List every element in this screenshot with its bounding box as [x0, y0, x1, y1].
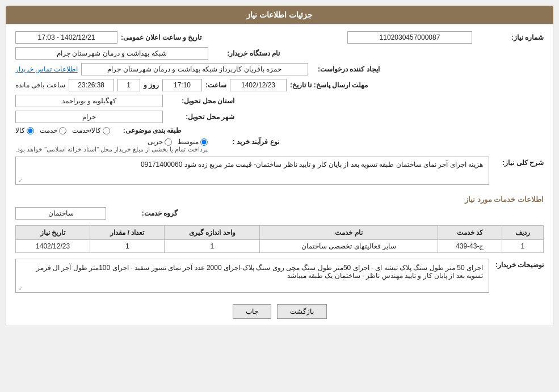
- province-value: کهگیلویه و بویراحمد: [15, 95, 163, 107]
- process-label-motavasset: متوسط: [178, 138, 199, 146]
- announce-date-value: 1402/12/21 - 17:03: [15, 31, 117, 44]
- buyer-name-row: نام دستگاه خریدار: شبکه بهداشت و درمان ش…: [15, 47, 544, 60]
- deadline-label: مهلت ارسال پاسخ: تا تاریخ:: [290, 81, 368, 89]
- cell-date: 1402/12/23: [16, 240, 90, 253]
- col-header-unit: واحد اندازه گیری: [165, 226, 260, 240]
- cell-name: سایر فعالیتهای تخصصی ساختمان: [260, 240, 438, 253]
- description-value: هزینه اجرای آجر نمای ساختمان طبقه تسویه …: [15, 157, 489, 185]
- remaining-value: 23:26:38: [69, 79, 114, 91]
- days-label: روز و: [144, 81, 159, 89]
- buyer-desc-label: توضیحات خریدار:: [493, 259, 544, 269]
- col-header-quantity: تعداد / مقدار: [90, 226, 165, 240]
- category-label-khedmat: خدمت: [40, 127, 57, 134]
- process-row: نوع فرآیند خرید : متوسط جزیی پرداخت تمام…: [15, 138, 544, 153]
- service-group-label: گروه خدمت:: [110, 209, 178, 217]
- category-option-kala-khedmat[interactable]: کالا/خدمت: [72, 127, 110, 134]
- process-option-jozi[interactable]: جزیی: [148, 138, 172, 146]
- province-label: استان محل تحویل:: [166, 97, 234, 105]
- process-radio-group: متوسط جزیی: [148, 138, 208, 146]
- process-option-motavasset[interactable]: متوسط: [178, 138, 208, 146]
- deadline-date: 1402/12/23: [230, 79, 287, 91]
- cell-quantity: 1: [90, 240, 165, 253]
- province-row: استان محل تحویل: کهگیلویه و بویراحمد: [15, 95, 544, 107]
- buyer-name-label: نام دستگاه خریدار:: [212, 49, 280, 57]
- category-radio-kala-khedmat[interactable]: [103, 127, 110, 134]
- buyer-desc-row: توضیحات خریدار: اجرای 50 متر طول سنگ پلا…: [15, 259, 544, 298]
- category-label: طبقه بندی موضوعی:: [114, 127, 182, 134]
- description-row: شرح کلی نیاز: هزینه اجرای آجر نمای ساختم…: [15, 157, 544, 189]
- category-radio-khedmat[interactable]: [59, 127, 66, 134]
- table-row: 1 ج-43-439 سایر فعالیتهای تخصصی ساختمان …: [16, 240, 544, 253]
- deadline-time: 17:10: [162, 79, 202, 91]
- contact-link[interactable]: اطلاعات تماس خریدار: [15, 65, 78, 73]
- remaining-label: ساعت باقی مانده: [15, 81, 65, 89]
- category-radio-group: کالا/خدمت خدمت کالا: [15, 127, 110, 134]
- page-title: جزئیات اطلاعات نیاز: [246, 10, 313, 19]
- requester-value: حمزه بافریان کاربرداز شبکه بهداشت و درما…: [81, 63, 308, 75]
- days-value: 1: [117, 79, 140, 91]
- col-header-row: ردیف: [502, 226, 543, 240]
- col-header-code: کد خدمت: [438, 226, 502, 240]
- process-label-jozi: جزیی: [148, 138, 163, 146]
- category-row: طبقه بندی موضوعی: کالا/خدمت خدمت کالا: [15, 127, 544, 134]
- page-header: جزئیات اطلاعات نیاز: [6, 6, 553, 24]
- announce-date-label: تاریخ و ساعت اعلان عمومی:: [121, 33, 201, 41]
- process-description: پرداخت تمام یا بخشی از مبلغ خریداز محل "…: [15, 146, 208, 153]
- need-number-row: شماره نیاز: 1102030457000087 تاریخ و ساع…: [15, 31, 544, 44]
- time-label: ساعت:: [205, 81, 226, 89]
- service-group-row: گروه خدمت: ساختمان: [15, 207, 544, 220]
- col-header-date: تاریخ نیاز: [16, 226, 90, 240]
- city-row: شهر محل تحویل: جرام: [15, 111, 544, 123]
- cell-code: ج-43-439: [438, 240, 502, 253]
- buyer-name-value: شبکه بهداشت و درمان شهرستان جرام: [15, 47, 208, 60]
- requester-row: ایجاد کننده درخواست: حمزه بافریان کاربرد…: [15, 63, 544, 75]
- city-label: شهر محل تحویل:: [166, 113, 234, 121]
- process-label: نوع فرآیند خرید :: [211, 138, 279, 146]
- category-radio-kala[interactable]: [27, 127, 34, 134]
- need-number-value: 1102030457000087: [347, 31, 472, 44]
- category-label-kala-khedmat: کالا/خدمت: [72, 127, 101, 134]
- process-radio-motavasset[interactable]: [200, 138, 208, 146]
- need-number-label: شماره نیاز:: [476, 33, 544, 41]
- cell-unit: 1: [165, 240, 260, 253]
- buyer-desc-value: اجرای 50 متر طول سنگ پلاک تیشه ای - اجرا…: [15, 259, 489, 293]
- print-button[interactable]: چاپ: [233, 304, 271, 319]
- back-button[interactable]: بازگشت: [277, 304, 327, 319]
- action-buttons: بازگشت چاپ: [15, 304, 544, 319]
- category-label-kala: کالا: [15, 127, 25, 134]
- deadline-row: مهلت ارسال پاسخ: تا تاریخ: 1402/12/23 سا…: [15, 79, 544, 91]
- col-header-name: نام خدمت: [260, 226, 438, 240]
- cell-row: 1: [502, 240, 543, 253]
- services-section-title: اطلاعات خدمات مورد نیاز: [15, 195, 544, 204]
- description-label: شرح کلی نیاز:: [493, 157, 544, 167]
- category-option-kala[interactable]: کالا: [15, 127, 34, 134]
- city-value: جرام: [15, 111, 163, 123]
- category-option-khedmat[interactable]: خدمت: [40, 127, 66, 134]
- process-radio-jozi[interactable]: [165, 138, 172, 146]
- services-table-section: ردیف کد خدمت نام خدمت واحد اندازه گیری ت…: [15, 225, 544, 253]
- services-table: ردیف کد خدمت نام خدمت واحد اندازه گیری ت…: [15, 225, 544, 253]
- service-group-value: ساختمان: [15, 207, 106, 220]
- requester-label: ایجاد کننده درخواست:: [312, 65, 380, 73]
